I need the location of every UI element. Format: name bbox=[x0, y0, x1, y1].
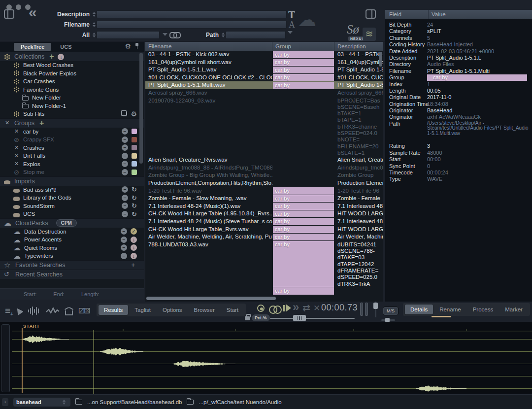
sidebar-tab-peektree[interactable]: PeekTree bbox=[14, 43, 51, 51]
lasso-icon[interactable] bbox=[16, 305, 22, 317]
details-row-type[interactable]: TypeWAVE bbox=[385, 176, 532, 182]
tree-item-new-folder[interactable]: New Folder bbox=[0, 94, 144, 102]
group-pill[interactable]: car by bbox=[273, 195, 334, 203]
play-button[interactable] bbox=[283, 304, 291, 312]
group-color-swatch[interactable] bbox=[132, 161, 137, 167]
tree-item-data-destruction[interactable]: ☁Data Destruction−✓ bbox=[0, 228, 144, 236]
group-color-swatch[interactable] bbox=[132, 137, 137, 142]
tree-item-stop-me[interactable]: ⊘Stop me− bbox=[0, 168, 144, 176]
sidebar-gear-icon[interactable]: ⚙ bbox=[125, 43, 131, 50]
gear-icon[interactable]: ⚙ bbox=[131, 110, 137, 117]
remove-button[interactable]: − bbox=[121, 228, 127, 235]
details-row-channels[interactable]: Channels5 bbox=[385, 35, 532, 41]
loop-button[interactable] bbox=[269, 306, 281, 312]
filename-search-input[interactable] bbox=[97, 21, 287, 29]
section-header-recent-searches[interactable]: ↺Recent Searches bbox=[0, 270, 144, 279]
group-pill[interactable]: car by bbox=[273, 51, 334, 59]
table-row[interactable]: 7.1 Interleaved 48-24 (Music) (Steve Tus… bbox=[145, 218, 383, 226]
remove-button[interactable]: − bbox=[122, 195, 128, 201]
results-vertical-scrollbar[interactable] bbox=[379, 52, 382, 67]
dice-icon[interactable]: ⚂⚄ bbox=[78, 305, 89, 317]
tree-item-crashes[interactable]: ✕Crashes− bbox=[0, 144, 144, 152]
table-row[interactable]: 1-20 Test File 96.wavcar by1-20 Test Fil… bbox=[145, 187, 383, 195]
duplicate-icon[interactable] bbox=[123, 112, 127, 116]
downloaded-check-icon[interactable]: ✓ bbox=[131, 228, 137, 235]
table-row[interactable]: Airindstpurg_tmc088_88 - AIRIndstPurg_TM… bbox=[145, 164, 383, 172]
add-button[interactable]: + bbox=[131, 261, 135, 269]
remove-button[interactable]: − bbox=[121, 253, 127, 259]
tab-results[interactable]: Results bbox=[99, 305, 128, 315]
right-panel-toggle-icon[interactable] bbox=[366, 9, 376, 19]
cloud-icon[interactable]: ☁ bbox=[298, 9, 316, 31]
table-row[interactable]: Zombie Group - Big Group With Wailing, W… bbox=[145, 171, 383, 179]
database-selector[interactable]: basehead bbox=[13, 398, 70, 407]
tab-browser[interactable]: Browser bbox=[189, 305, 220, 315]
status-more-button[interactable]: › bbox=[2, 398, 8, 406]
tree-item-dirt-falls[interactable]: ✕Dirt Falls− bbox=[0, 152, 144, 160]
table-row[interactable]: 03 - 44-1 - PSTK - Kick 002.wavcar by03 … bbox=[145, 51, 383, 59]
download-icon[interactable]: ↓ bbox=[131, 237, 137, 243]
remove-button[interactable]: − bbox=[122, 211, 128, 217]
sidebar-scrollbar[interactable] bbox=[139, 53, 143, 277]
remove-button[interactable]: − bbox=[122, 136, 128, 143]
pitch-mode-button[interactable]: Pct.% bbox=[252, 314, 270, 321]
group-pill[interactable]: car by bbox=[273, 210, 334, 218]
details-row-start[interactable]: Start00:00 bbox=[385, 156, 532, 163]
section-header-collections[interactable]: Collections+↓ bbox=[0, 52, 144, 61]
column-header-group[interactable]: Group bbox=[272, 42, 334, 51]
cache-folder-icon[interactable] bbox=[187, 400, 194, 405]
record-button[interactable] bbox=[257, 305, 265, 312]
refresh-icon[interactable]: ↻ bbox=[132, 195, 137, 201]
details-row-coding-history[interactable]: Coding HistoryBaseHead Injected bbox=[385, 41, 532, 48]
table-row[interactable]: Aerosal spray_666.wavAerosal spray_666 bbox=[145, 89, 383, 97]
waveform-zoom-strip[interactable] bbox=[1, 324, 10, 392]
wave-icon[interactable] bbox=[46, 305, 60, 317]
column-header-description[interactable]: Description bbox=[334, 42, 383, 51]
tab-options[interactable]: Options bbox=[157, 305, 188, 315]
details-row-length[interactable]: Length00:05 bbox=[385, 88, 532, 94]
steinberg-waves-icon[interactable]: ≋ bbox=[363, 28, 376, 41]
volume-fader[interactable] bbox=[373, 302, 378, 317]
section-header-groups[interactable]: ✕Groups+ bbox=[0, 118, 144, 128]
tab-taglist[interactable]: Taglist bbox=[129, 305, 156, 315]
tab-marker[interactable]: Marker bbox=[499, 305, 528, 314]
table-row[interactable]: car by bbox=[145, 287, 383, 295]
group-pill[interactable]: car by bbox=[273, 59, 334, 66]
window-minimize-button[interactable] bbox=[16, 4, 21, 10]
download-icon[interactable]: ↓ bbox=[131, 244, 137, 251]
all-spinner[interactable] bbox=[93, 33, 96, 37]
details-row-rating[interactable]: Rating3 bbox=[385, 143, 532, 149]
details-row-group[interactable]: Groupcar by bbox=[385, 74, 532, 81]
group-pill[interactable]: car by bbox=[273, 234, 334, 241]
tree-item-sub-hits[interactable]: Sub Hits⚙ bbox=[0, 110, 144, 118]
details-row-origination-time[interactable]: Origination Time18:34:08 bbox=[385, 101, 532, 107]
group-color-swatch[interactable] bbox=[132, 145, 137, 150]
all-dropdown-icon[interactable] bbox=[163, 33, 167, 36]
table-row[interactable]: Air Welder, Machine, Welding, Air, Scrat… bbox=[145, 233, 383, 241]
database-folder-icon[interactable] bbox=[75, 400, 82, 405]
pause-bars-widget[interactable] bbox=[360, 303, 368, 316]
pitch-slider[interactable] bbox=[270, 318, 355, 319]
balance-mini-slider[interactable] bbox=[381, 319, 395, 321]
shuffle-icon[interactable]: ✕ bbox=[313, 303, 320, 313]
section-header-imports[interactable]: Imports bbox=[0, 176, 144, 186]
waveform-icon[interactable] bbox=[28, 305, 40, 317]
tab-details[interactable]: Details bbox=[405, 305, 433, 314]
pitch-lock-icon[interactable] bbox=[245, 316, 250, 320]
table-row[interactable]: 161_04(up)Cymbol roll short.wavcar by161… bbox=[145, 59, 383, 67]
details-row-sync-point[interactable]: Sync Point0 bbox=[385, 163, 532, 170]
import-button[interactable]: ↓ bbox=[58, 54, 64, 60]
description-search-input[interactable] bbox=[97, 10, 287, 18]
path-dropdown-icon[interactable] bbox=[288, 31, 293, 34]
tree-item-best-wood-crashes[interactable]: Best Wood Crashes bbox=[0, 61, 144, 69]
tab-process[interactable]: Process bbox=[467, 305, 499, 314]
details-row-originator[interactable]: OriginatorBaseHead bbox=[385, 107, 532, 114]
details-row-timecode[interactable]: Timecode00:00:24 bbox=[385, 170, 532, 176]
tree-item-typewriters[interactable]: ☁Typewriters−↓ bbox=[0, 252, 144, 260]
table-row[interactable]: PT Split_Audio 1-5.1.L.wavcar byPT Split… bbox=[145, 66, 383, 74]
open-box-icon[interactable] bbox=[65, 305, 73, 317]
path-search-input[interactable] bbox=[226, 31, 286, 39]
link-fields-icon[interactable] bbox=[169, 32, 179, 37]
refresh-icon[interactable]: ↻ bbox=[132, 186, 137, 193]
table-row[interactable]: CH-CK Wood Hit Large Table_Rvrs.wavcar b… bbox=[145, 226, 383, 234]
